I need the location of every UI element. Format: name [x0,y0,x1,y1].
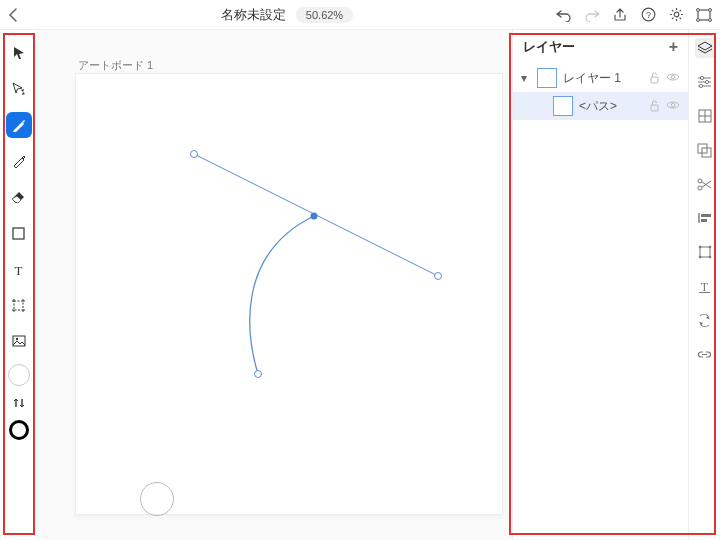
layer-thumbnail [537,68,557,88]
precision-tab-icon[interactable] [695,106,715,126]
settings-icon[interactable] [668,7,684,23]
path-name[interactable]: <パス> [579,98,617,115]
redo-icon[interactable] [584,7,600,23]
share-icon[interactable] [612,7,628,23]
svg-line-10 [672,18,673,19]
svg-point-12 [697,8,700,11]
svg-rect-16 [13,228,24,239]
layers-panel-title: レイヤー [523,38,575,56]
svg-point-34 [311,213,318,220]
artboard[interactable] [76,74,502,514]
layer-name[interactable]: レイヤー 1 [563,70,621,87]
svg-line-9 [679,10,680,11]
visibility-icon[interactable] [666,100,680,112]
svg-point-39 [671,103,675,107]
back-button[interactable] [8,8,18,22]
svg-point-52 [698,186,702,190]
visibility-icon[interactable] [666,72,680,84]
svg-point-45 [699,84,702,87]
svg-rect-18 [14,301,23,310]
eraser-tool[interactable] [6,184,32,210]
svg-point-37 [671,75,675,79]
link-tab-icon[interactable] [695,344,715,364]
layer-row[interactable]: <パス> [513,92,688,120]
pathfinder-tab-icon[interactable] [695,140,715,160]
fill-swatch[interactable] [8,364,30,386]
svg-text:T: T [15,263,23,276]
svg-point-33 [435,273,442,280]
artboard-label[interactable]: アートボード 1 [78,58,153,73]
svg-point-13 [709,8,712,11]
svg-point-28 [15,338,17,340]
pencil-tool[interactable] [6,148,32,174]
svg-rect-58 [700,247,710,257]
zoom-level[interactable]: 50.62% [296,7,353,23]
svg-point-59 [698,246,701,249]
type-tab-icon[interactable]: T [695,276,715,296]
svg-point-15 [709,18,712,21]
svg-rect-36 [651,77,658,83]
brush-cursor-indicator [140,482,174,516]
path-thumbnail [553,96,573,116]
svg-rect-11 [698,10,710,20]
svg-rect-56 [701,214,711,217]
svg-line-54 [702,181,711,187]
scissors-icon[interactable] [695,174,715,194]
svg-point-2 [674,12,679,17]
view-mode-icon[interactable] [696,7,712,23]
svg-point-35 [255,371,262,378]
vector-path[interactable] [76,74,502,514]
svg-point-51 [698,179,702,183]
svg-text:?: ? [645,10,650,20]
shape-tool[interactable] [6,220,32,246]
top-bar: 名称未設定 50.62% ? [0,0,720,30]
align-tab-icon[interactable] [695,208,715,228]
properties-tab-icon[interactable] [695,72,715,92]
add-layer-button[interactable]: + [669,38,678,56]
lock-icon[interactable] [649,100,660,112]
undo-icon[interactable] [556,7,572,23]
layers-panel: レイヤー + ▾ レイヤー 1 <パス> [512,30,688,540]
tool-bar: T [0,30,38,540]
layers-tab-icon[interactable] [695,38,715,58]
text-tool[interactable]: T [6,256,32,282]
svg-point-32 [191,151,198,158]
svg-line-53 [702,182,711,188]
transform-tab-icon[interactable] [695,242,715,262]
svg-point-43 [700,76,703,79]
svg-point-14 [697,18,700,21]
property-strip: T [688,30,720,540]
pen-tool[interactable] [6,112,32,138]
stroke-swatch[interactable] [9,420,29,440]
lock-icon[interactable] [649,72,660,84]
place-image-tool[interactable] [6,328,32,354]
svg-point-44 [705,80,708,83]
help-icon[interactable]: ? [640,7,656,23]
layer-row[interactable]: ▾ レイヤー 1 [513,64,688,92]
svg-rect-57 [701,219,707,222]
svg-line-8 [679,18,680,19]
svg-line-7 [672,10,673,11]
direct-selection-tool[interactable] [6,76,32,102]
disclosure-triangle-icon[interactable]: ▾ [521,71,531,85]
artboard-tool[interactable] [6,292,32,318]
svg-point-62 [708,256,711,259]
stroke-options[interactable] [6,396,32,410]
svg-text:T: T [701,280,709,293]
canvas-area[interactable]: アートボード 1 [38,30,512,540]
document-title[interactable]: 名称未設定 [221,6,286,24]
selection-tool[interactable] [6,40,32,66]
svg-point-61 [698,256,701,259]
svg-rect-27 [13,336,25,346]
svg-point-60 [708,246,711,249]
svg-rect-38 [651,105,658,111]
repeat-tab-icon[interactable] [695,310,715,330]
